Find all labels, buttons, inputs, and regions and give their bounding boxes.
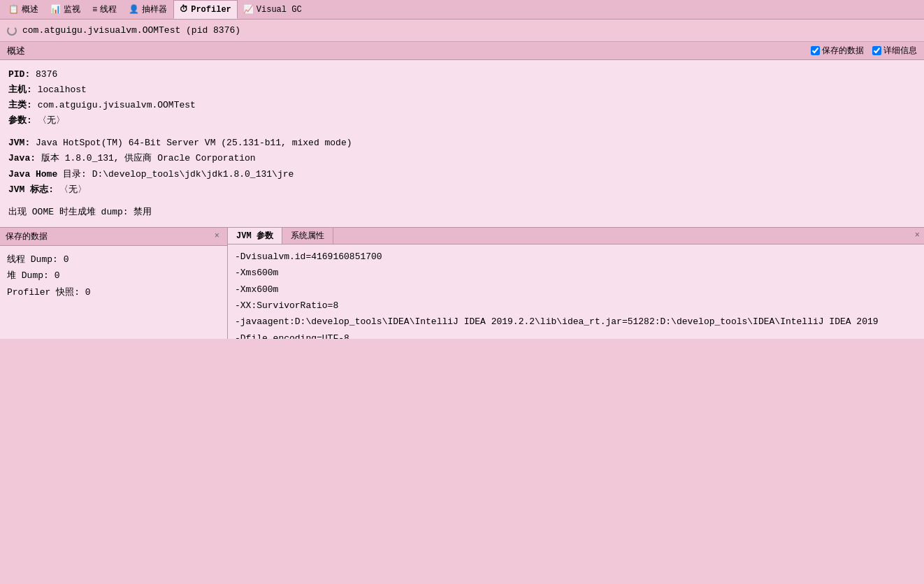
detail-info-checkbox-text: 详细信息 <box>883 45 917 57</box>
visualgc-icon: 📈 <box>243 4 254 15</box>
profiler-snapshot-val: 0 <box>85 287 91 298</box>
java-line: Java: 版本 1.8.0_131, 供应商 Oracle Corporati… <box>8 151 916 166</box>
saved-data-checkbox[interactable] <box>811 46 820 55</box>
thread-dump-label: 线程 Dump: <box>7 254 58 265</box>
saved-data-content: 线程 Dump: 0 堆 Dump: 0 Profiler 快照: 0 <box>0 246 227 306</box>
jvmflags-label: JVM 标志: <box>8 184 54 195</box>
params-val: 〈无〉 <box>38 115 65 126</box>
jvm-param-5: -Dfile.encoding=UTF-8 <box>235 330 917 339</box>
process-title: com.atguigu.jvisualvm.OOMTest (pid 8376) <box>22 25 240 36</box>
profiler-snapshot-line: Profiler 快照: 0 <box>7 284 220 300</box>
jvm-params-tab-label: JVM 参数 <box>236 230 273 242</box>
jvmflags-line: JVM 标志: 〈无〉 <box>8 182 916 198</box>
process-pid-value: (pid 8376) <box>186 25 240 36</box>
oomdump-val: 出现 OOME 时生成堆 dump: 禁用 <box>8 207 152 217</box>
jvm-panel: JVM 参数 系统属性 × -Dvisualvm.id=416916085170… <box>228 228 924 339</box>
jvm-panel-close[interactable]: × <box>911 228 924 244</box>
jvm-label: JVM: <box>8 138 30 148</box>
threads-icon: ≡ <box>92 5 97 15</box>
pid-label: PID: <box>8 69 30 80</box>
saved-data-close[interactable]: × <box>212 231 222 241</box>
host-val: localhost <box>38 85 87 95</box>
heap-dump-label: 堆 Dump: <box>7 270 49 281</box>
bottom-panels: 保存的数据 × 线程 Dump: 0 堆 Dump: 0 Profiler 快照… <box>0 227 924 339</box>
oomdump-line: 出现 OOME 时生成堆 dump: 禁用 <box>8 205 916 220</box>
jvm-params-content: -Dvisualvm.id=4169160851700 -Xms600m -Xm… <box>228 244 924 339</box>
info-area: PID: 8376 主机: localhost 主类: com.atguigu.… <box>0 60 924 227</box>
saved-data-checkbox-label[interactable]: 保存的数据 <box>811 45 864 57</box>
tab-monitor[interactable]: 📊 监视 <box>45 0 87 19</box>
tab-sampler[interactable]: 👤 抽样器 <box>123 0 173 19</box>
saved-data-checkbox-text: 保存的数据 <box>822 45 864 57</box>
jvm-line: JVM: Java HotSpot(TM) 64-Bit Server VM (… <box>8 136 916 151</box>
saved-data-header: 保存的数据 × <box>0 228 227 246</box>
tab-profiler[interactable]: ⏱ Profiler <box>173 0 238 19</box>
tab-visualgc[interactable]: 📈 Visual GC <box>238 0 308 19</box>
sys-props-tab-label: 系统属性 <box>291 230 324 242</box>
jvm-tabs-bar: JVM 参数 系统属性 × <box>228 228 924 244</box>
mainclass-label: 主类: <box>8 100 32 110</box>
thread-dump-line: 线程 Dump: 0 <box>7 251 220 268</box>
jvm-param-2: -Xmx600m <box>235 282 917 298</box>
sampler-icon: 👤 <box>129 4 139 15</box>
jvmflags-val: 〈无〉 <box>59 184 87 195</box>
tab-overview[interactable]: 📋 概述 <box>3 0 45 19</box>
profiler-icon: ⏱ <box>180 4 188 15</box>
process-name: com.atguigu.jvisualvm.OOMTest <box>22 25 180 36</box>
javahome-label: Java Home <box>8 169 57 180</box>
jvm-param-1: -Xms600m <box>235 265 917 281</box>
tab-threads-label: 线程 <box>100 3 117 15</box>
saved-data-title: 保存的数据 <box>6 231 212 242</box>
overview-bar: 概述 保存的数据 详细信息 <box>0 42 924 60</box>
jvm-param-0: -Dvisualvm.id=4169160851700 <box>235 249 917 265</box>
java-label: Java: <box>8 153 36 163</box>
mainclass-line: 主类: com.atguigu.jvisualvm.OOMTest <box>8 98 916 113</box>
heap-dump-val: 0 <box>55 270 60 281</box>
params-line: 参数: 〈无〉 <box>8 113 916 129</box>
pid-line: PID: 8376 <box>8 67 916 82</box>
tab-profiler-label: Profiler <box>191 5 231 15</box>
jvm-params-tab[interactable]: JVM 参数 <box>228 228 282 244</box>
pid-val: 8376 <box>36 69 57 80</box>
host-label: 主机: <box>8 85 32 95</box>
thread-dump-val: 0 <box>64 254 69 265</box>
mainclass-val: com.atguigu.jvisualvm.OOMTest <box>38 100 196 110</box>
tab-sampler-label: 抽样器 <box>142 3 167 15</box>
spacer1 <box>8 129 916 136</box>
host-line: 主机: localhost <box>8 82 916 98</box>
javahome-val: 目录: D:\develop_tools\jdk\jdk1.8.0_131\jr… <box>63 169 294 180</box>
detail-info-checkbox[interactable] <box>872 46 881 55</box>
overview-label: 概述 <box>7 45 811 57</box>
overview-icon: 📋 <box>8 4 19 15</box>
java-val: 版本 1.8.0_131, 供应商 Oracle Corporation <box>41 153 256 163</box>
jvm-param-4: -javaagent:D:\develop_tools\IDEA\Intelli… <box>235 314 917 330</box>
spacer2 <box>8 198 916 205</box>
heap-dump-line: 堆 Dump: 0 <box>7 268 220 284</box>
tab-monitor-label: 监视 <box>64 3 80 15</box>
tab-threads[interactable]: ≡ 线程 <box>87 0 123 19</box>
tab-overview-label: 概述 <box>22 3 38 15</box>
saved-data-panel: 保存的数据 × 线程 Dump: 0 堆 Dump: 0 Profiler 快照… <box>0 228 228 339</box>
profiler-snapshot-label: Profiler 快照: <box>7 287 80 298</box>
title-bar: com.atguigu.jvisualvm.OOMTest (pid 8376) <box>0 20 924 42</box>
jvm-param-3: -XX:SurvivorRatio=8 <box>235 298 917 314</box>
params-label: 参数: <box>8 115 32 126</box>
tab-bar: 📋 概述 📊 监视 ≡ 线程 👤 抽样器 ⏱ Profiler 📈 Visual… <box>0 0 924 20</box>
sys-props-tab[interactable]: 系统属性 <box>282 228 333 244</box>
detail-info-checkbox-label[interactable]: 详细信息 <box>872 45 917 57</box>
loading-spinner <box>7 26 17 36</box>
javahome-line: Java Home 目录: D:\develop_tools\jdk\jdk1.… <box>8 167 916 182</box>
monitor-icon: 📊 <box>50 4 61 15</box>
jvm-val: Java HotSpot(TM) 64-Bit Server VM (25.13… <box>36 138 352 148</box>
tab-visualgc-label: Visual GC <box>257 5 302 15</box>
overview-checkboxes: 保存的数据 详细信息 <box>811 45 917 57</box>
